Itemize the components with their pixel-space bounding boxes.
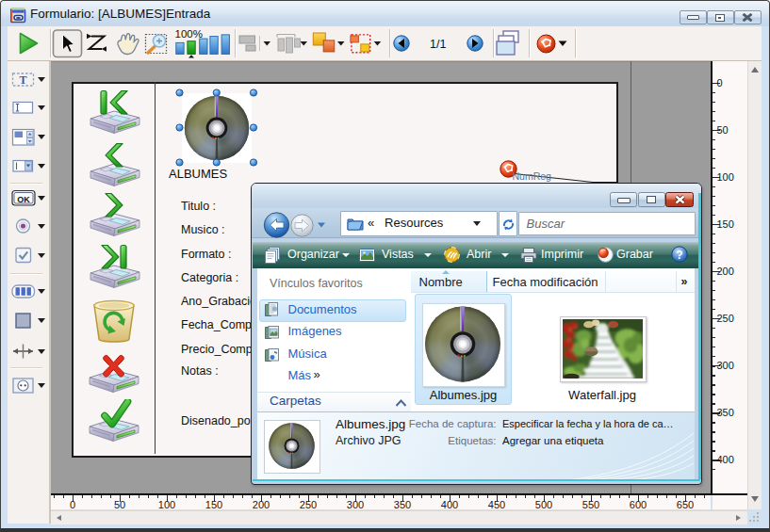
svg-text:OK: OK [17,195,30,204]
svg-text:?: ? [676,249,682,262]
svg-text:T: T [19,73,26,87]
